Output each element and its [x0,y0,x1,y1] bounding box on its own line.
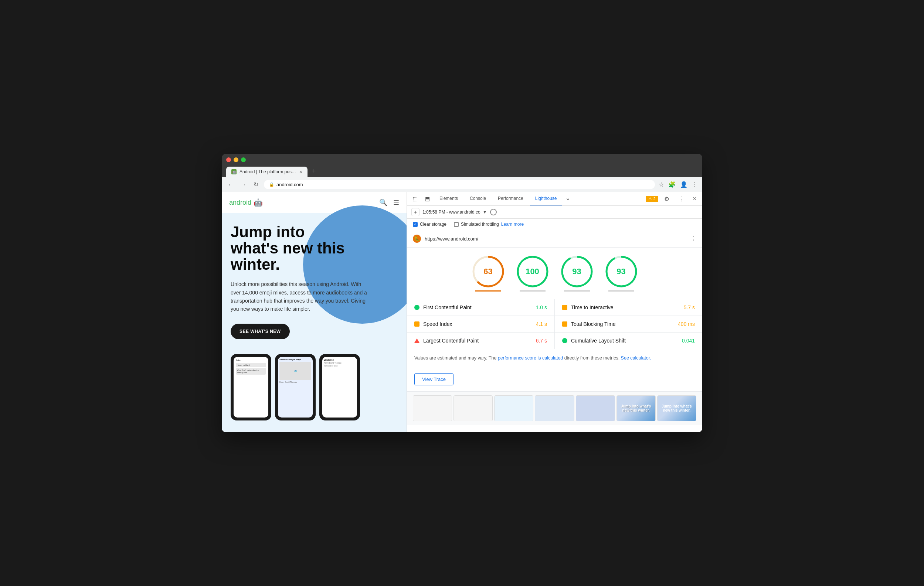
hero-text: Jump into what's new this winter. Unlock… [231,224,398,339]
lighthouse-url-bar: 🐛 https://www.android.com/ ⋮ [407,230,702,247]
tab-performance[interactable]: Performance [493,192,528,206]
android-logo: android 🤖 [229,198,263,207]
cta-button[interactable]: SEE WHAT'S NEW [231,324,290,339]
metric-name-cls: Cumulative Layout Shift [571,338,678,344]
menu-hamburger-icon[interactable]: ☰ [393,198,399,207]
bookmark-icon[interactable]: ☆ [658,181,664,188]
filmstrip-frame-7: Jump into what's new this winter. [657,395,696,421]
metric-value-lcp: 6.7 s [536,338,547,344]
tab-close-button[interactable]: × [299,169,302,174]
metric-indicator-lcp [414,339,419,343]
filmstrip-frame-2 [454,395,493,421]
browser-tab[interactable]: 🤖 Android | The platform pushing... × [226,167,307,177]
learn-more-link[interactable]: Learn more [501,222,524,227]
devtools-tab-right: ⚠ 2 ⚙ ⋮ × [646,193,699,205]
devtools-close-icon[interactable]: × [690,193,699,204]
phone-screen-2: Search Google Maps 🗺️ Henry David Thorea… [278,357,313,418]
main-content: android 🤖 🔍 ☰ Jump into what's new this … [222,192,702,432]
score-circle-performance: 63 [472,255,505,288]
score-circle-best-practices: 93 [560,255,594,288]
warning-count: 2 [653,197,656,201]
metric-si: Speed Index 4.1 s [407,316,554,332]
clear-storage-checkbox[interactable]: ✓ [413,222,417,227]
score-underline-accessibility [520,290,546,291]
minimize-button[interactable] [234,157,238,162]
tab-elements[interactable]: Elements [434,192,463,206]
filmstrip-frame-6: Jump into what's new this winter. [617,395,656,421]
score-value-performance: 63 [483,267,492,277]
lighthouse-toolbar: + 1:05:58 PM - www.android.co ▼ [407,206,702,219]
view-trace-section: View Trace [407,367,702,392]
metric-tbt: Total Blocking Time 400 ms [555,316,702,332]
devtools-panel: ⬚ ⬒ Elements Console Performance Lightho… [407,192,702,432]
devtools-inspect-icon[interactable]: ⬚ [410,193,421,205]
android-mascot-icon: 🤖 [254,198,263,207]
score-accessibility: 100 [516,255,549,291]
browser-window: 🤖 Android | The platform pushing... × + … [222,154,702,432]
lighthouse-bug-icon: 🐛 [413,235,421,243]
menu-icon[interactable]: ⋮ [692,181,698,188]
warning-triangle-icon: ⚠ [648,197,652,201]
metric-indicator-cls [562,338,568,343]
devtools-device-icon[interactable]: ⬒ [422,193,433,205]
search-icon[interactable]: 🔍 [379,198,387,207]
score-value-seo: 93 [617,267,625,277]
address-bar-area: ← → ↻ 🔒 android.com ☆ 🧩 👤 ⋮ [222,177,702,192]
simulated-throttling-option[interactable]: Simulated throttling Learn more [454,222,524,227]
close-button[interactable] [226,157,231,162]
metric-value-tti: 5.7 s [684,305,695,310]
performance-score-link[interactable]: performance score is calculated [498,356,563,360]
maximize-button[interactable] [241,157,246,162]
devtools-more-icon[interactable]: ⋮ [675,193,687,205]
tab-bar: 🤖 Android | The platform pushing... × + [226,165,698,177]
lighthouse-url-area: 1:05:58 PM - www.android.co ▼ [422,209,487,215]
new-tab-button[interactable]: + [308,165,320,177]
metric-value-tbt: 400 ms [678,321,695,327]
lighthouse-stop-button[interactable] [490,209,497,216]
metric-indicator-fcp [414,305,419,310]
header-icons: 🔍 ☰ [379,198,399,207]
filmstrip-frame-5 [576,395,615,421]
refresh-button[interactable]: ↻ [251,181,260,188]
extensions-icon[interactable]: 🧩 [668,181,676,188]
score-value-best-practices: 93 [572,267,581,277]
score-seo: 93 [605,255,638,291]
view-trace-button[interactable]: View Trace [414,373,454,385]
hero-subtext: Unlock more possibilities this season us… [231,280,371,313]
score-underline-seo [608,290,634,291]
devtools-settings-icon[interactable]: ⚙ [661,193,672,205]
filmstrip: Jump into what's new this winter. Jump i… [407,392,702,425]
metric-value-cls: 0.041 [682,338,695,344]
score-circle-seo: 93 [605,255,638,288]
metrics-row-2: Speed Index 4.1 s Total Blocking Time 40… [407,316,702,333]
score-value-accessibility: 100 [526,267,539,277]
clear-storage-label: Clear storage [420,222,447,227]
filmstrip-frame-1 [413,395,452,421]
forward-button[interactable]: → [239,181,248,188]
lighthouse-add-button[interactable]: + [411,208,419,216]
score-underline-best-practices [564,290,590,291]
phone-mockup-2: Search Google Maps 🗺️ Henry David Thorea… [275,354,316,420]
back-button[interactable]: ← [226,181,235,188]
lighthouse-options: ✓ Clear storage Simulated throttling Lea… [407,219,702,230]
address-bar[interactable]: 🔒 android.com [264,180,655,189]
more-tabs-button[interactable]: » [563,193,572,205]
address-text: android.com [276,182,650,187]
calculator-link[interactable]: See calculator. [621,356,651,360]
address-bar-actions: ☆ 🧩 👤 ⋮ [658,181,698,188]
hero-headline: Jump into what's new this winter. [231,224,398,273]
metric-indicator-tbt [562,321,568,327]
score-underline-performance [475,290,501,291]
tab-favicon: 🤖 [231,169,236,174]
metrics-row-3: Largest Contentful Paint 6.7 s Cumulativ… [407,333,702,349]
tab-lighthouse[interactable]: Lighthouse [530,192,562,206]
lighthouse-kebab-menu[interactable]: ⋮ [690,235,696,242]
lighthouse-dropdown-icon[interactable]: ▼ [483,209,487,215]
tab-console[interactable]: Console [465,192,491,206]
metric-name-fcp: First Contentful Paint [423,305,532,310]
hero-section: Jump into what's new this winter. Unlock… [222,213,407,347]
profile-icon[interactable]: 👤 [680,181,688,188]
simulated-throttling-checkbox[interactable] [454,222,459,227]
simulated-throttling-label: Simulated throttling [461,222,499,227]
clear-storage-option[interactable]: ✓ Clear storage [413,222,447,227]
